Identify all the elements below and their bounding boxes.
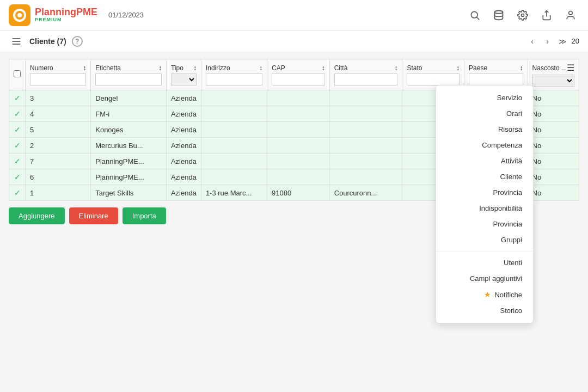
checkmark-icon: ✓ xyxy=(14,109,21,118)
cell-indirizzo xyxy=(201,122,267,138)
menu-item-risorsa[interactable]: Risorsa xyxy=(436,121,533,137)
menu-item-gruppi[interactable]: Gruppi xyxy=(436,232,533,248)
menu-item-provincia2[interactable]: Provincia xyxy=(436,216,533,232)
next-page-button[interactable]: › xyxy=(541,35,554,48)
col-paese-header[interactable]: Paese ↕ xyxy=(469,64,523,72)
sort-icon-stato: ↕ xyxy=(456,64,460,72)
checkmark-icon: ✓ xyxy=(14,188,21,197)
cell-citta xyxy=(329,122,402,138)
col-indirizzo-label: Indirizzo xyxy=(206,64,230,72)
col-tipo: Tipo ↕ xyxy=(166,59,201,90)
menu-item-label: Cliente xyxy=(500,173,522,181)
import-button[interactable]: Importa xyxy=(122,207,166,224)
cell-cap: 91080 xyxy=(267,185,330,201)
checkmark-icon: ✓ xyxy=(14,173,21,181)
col-cap-header[interactable]: CAP ↕ xyxy=(272,64,325,72)
col-cap-label: CAP xyxy=(272,64,285,72)
row-check-cell: ✓ xyxy=(9,90,26,106)
col-citta-header[interactable]: Città ↕ xyxy=(334,64,398,72)
col-numero-label: Numero xyxy=(30,64,53,72)
cell-tipo: Azienda xyxy=(166,185,201,201)
filter-tipo[interactable] xyxy=(171,74,197,85)
filter-citta[interactable] xyxy=(334,74,398,85)
header-icons xyxy=(466,7,579,24)
sort-icon: ↕ xyxy=(83,64,86,72)
filter-stato[interactable] xyxy=(407,74,460,85)
cell-indirizzo xyxy=(201,138,267,154)
cell-etichetta: PlanningPME... xyxy=(91,169,167,185)
menu-item-provincia1[interactable]: Provincia xyxy=(436,185,533,200)
logo-name: PlanningPME xyxy=(35,7,97,18)
menu-item-servizio[interactable]: Servizio xyxy=(436,90,533,106)
checkmark-icon: ✓ xyxy=(14,125,21,134)
cell-nascosto: No xyxy=(528,106,579,122)
cell-cap xyxy=(267,90,330,106)
col-nascosto-header[interactable]: Nascosto ... ☰ xyxy=(532,63,574,73)
menu-item-orari[interactable]: Orari xyxy=(436,106,533,121)
sort-icon-paese: ↕ xyxy=(520,64,523,72)
menu-item-campi_aggiuntivi[interactable]: Campi aggiuntivi xyxy=(436,271,533,286)
cell-citta xyxy=(329,169,402,185)
share-button[interactable] xyxy=(538,7,555,24)
menu-item-label: Storico xyxy=(500,307,522,315)
cell-numero: 2 xyxy=(26,138,91,154)
svg-point-4 xyxy=(471,11,477,18)
sort-icon-cap: ↕ xyxy=(322,64,325,72)
menu-item-label: Utenti xyxy=(504,259,522,267)
col-numero-header[interactable]: Numero ↕ xyxy=(30,64,86,72)
delete-button[interactable]: Eliminare xyxy=(69,207,118,224)
col-tipo-header[interactable]: Tipo ↕ xyxy=(171,64,197,72)
menu-item-label: Campi aggiuntivi xyxy=(470,274,522,283)
menu-item-attivita[interactable]: Attività xyxy=(436,153,533,169)
database-button[interactable] xyxy=(490,7,507,24)
cell-nascosto: No xyxy=(528,122,579,138)
cell-numero: 1 xyxy=(26,185,91,201)
cell-numero: 5 xyxy=(26,122,91,138)
logo-pme: PME xyxy=(76,7,97,17)
col-indirizzo-header[interactable]: Indirizzo ↕ xyxy=(206,64,262,72)
cell-nascosto: No xyxy=(528,154,579,169)
filter-nascosto[interactable] xyxy=(532,75,574,87)
filter-etichetta[interactable] xyxy=(95,74,162,85)
page-title: Cliente (7) xyxy=(29,37,66,46)
menu-item-storico[interactable]: Storico xyxy=(436,303,533,318)
col-etichetta-header[interactable]: Etichetta ↕ xyxy=(95,64,162,72)
menu-item-label: Risorsa xyxy=(498,125,522,133)
menu-item-utenti[interactable]: Utenti xyxy=(436,255,533,271)
cell-tipo: Azienda xyxy=(166,169,201,185)
user-button[interactable] xyxy=(562,7,579,24)
logo-area: PlanningPME PREMIUM xyxy=(9,4,97,26)
filter-cap[interactable] xyxy=(272,74,325,85)
select-all-checkbox[interactable] xyxy=(14,70,21,77)
filter-indirizzo[interactable] xyxy=(206,74,262,85)
col-stato-label: Stato xyxy=(407,64,422,72)
logo-icon xyxy=(9,4,30,26)
prev-page-button[interactable]: ‹ xyxy=(526,35,539,48)
col-menu-icon[interactable]: ☰ xyxy=(567,63,574,73)
menu-item-cliente[interactable]: Cliente xyxy=(436,169,533,185)
menu-item-indisponibilita[interactable]: Indisponibilità xyxy=(436,200,533,216)
col-stato-header[interactable]: Stato ↕ xyxy=(407,64,460,72)
filter-numero[interactable] xyxy=(30,74,86,85)
header: PlanningPME PREMIUM 01/12/2023 xyxy=(0,0,588,30)
menu-item-label: Attività xyxy=(501,157,522,165)
settings-button[interactable] xyxy=(514,7,531,24)
cell-etichetta: PlanningPME... xyxy=(91,154,167,169)
menu-item-label: Competenza xyxy=(482,141,522,149)
svg-line-5 xyxy=(477,17,480,20)
add-button[interactable]: Aggiungere xyxy=(9,207,65,224)
cell-indirizzo xyxy=(201,169,267,185)
menu-button[interactable] xyxy=(9,34,24,49)
cell-tipo: Azienda xyxy=(166,154,201,169)
menu-item-competenza[interactable]: Competenza xyxy=(436,137,533,153)
menu-item-notifiche[interactable]: ★Notifiche xyxy=(436,286,533,303)
last-page-button[interactable]: ≫ xyxy=(556,35,569,48)
cell-nascosto: No xyxy=(528,90,579,106)
search-button[interactable] xyxy=(466,7,483,24)
cell-tipo: Azienda xyxy=(166,106,201,122)
menu-item-label: Notifiche xyxy=(494,291,522,299)
help-button[interactable]: ? xyxy=(72,36,83,47)
logo-text: PlanningPME PREMIUM xyxy=(35,7,97,23)
filter-paese[interactable] xyxy=(469,74,523,85)
star-icon: ★ xyxy=(484,290,491,299)
